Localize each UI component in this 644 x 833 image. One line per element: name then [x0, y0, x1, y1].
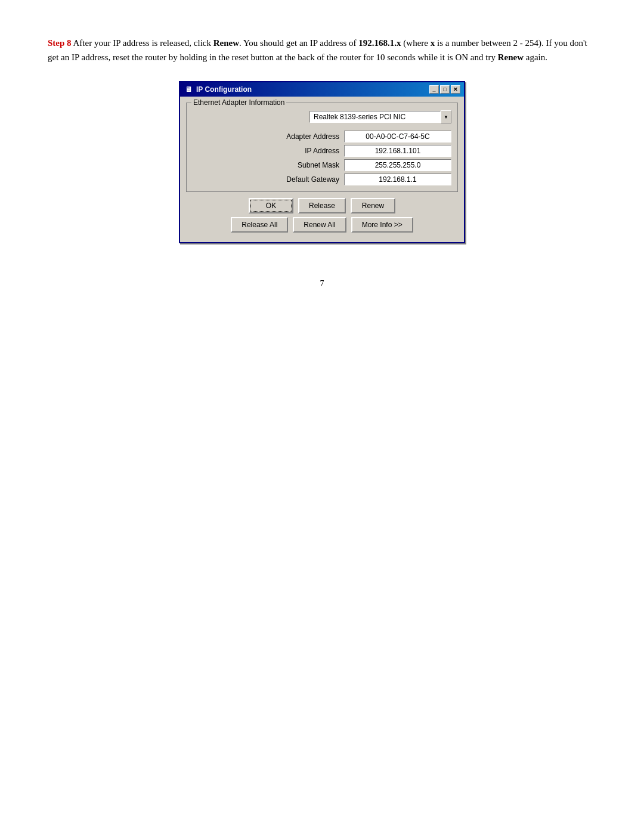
dialog-container: 🖥 IP Configuration _ □ ✕ Ethernet Adapte…	[48, 81, 596, 243]
step-label: Step 8	[48, 38, 72, 48]
adapter-dropdown[interactable]: Realtek 8139-series PCI NIC ▼	[309, 110, 451, 123]
release-button[interactable]: Release	[298, 198, 346, 213]
button-row-1: OK Release Renew	[186, 198, 458, 213]
dialog-body: Ethernet Adapter Information Realtek 813…	[180, 97, 464, 242]
dialog-title: IP Configuration	[196, 85, 252, 94]
group-box-label: Ethernet Adapter Information	[191, 98, 286, 107]
titlebar-controls[interactable]: _ □ ✕	[429, 85, 460, 94]
dialog-icon: 🖥	[184, 85, 193, 94]
adapter-address-value: 00-A0-0C-C7-64-5C	[344, 131, 451, 143]
adapter-select-field[interactable]: Realtek 8139-series PCI NIC	[309, 111, 441, 123]
default-gateway-value: 192.168.1.1	[344, 174, 451, 185]
text-part2: . You should get an IP address of	[239, 38, 358, 48]
dialog-titlebar: 🖥 IP Configuration _ □ ✕	[180, 82, 464, 97]
adapter-row: Realtek 8139-series PCI NIC ▼	[193, 110, 451, 123]
ip-address-label: IP Address	[193, 147, 339, 155]
text-part1: After your IP address is released, click	[72, 38, 213, 48]
close-button[interactable]: ✕	[451, 85, 460, 94]
more-info-button[interactable]: More Info >>	[351, 217, 413, 233]
restore-button[interactable]: □	[440, 85, 450, 94]
button-row-2: Release All Renew All More Info >>	[186, 217, 458, 233]
ok-button[interactable]: OK	[249, 198, 293, 213]
page-number: 7	[48, 279, 596, 289]
ethernet-group-box: Ethernet Adapter Information Realtek 813…	[186, 103, 458, 192]
text-part5: again.	[524, 52, 547, 62]
dropdown-arrow-button[interactable]: ▼	[441, 110, 451, 123]
renew-button[interactable]: Renew	[351, 198, 395, 213]
subnet-mask-label: Subnet Mask	[193, 161, 339, 169]
adapter-address-label: Adapter Address	[193, 132, 339, 141]
titlebar-left: 🖥 IP Configuration	[184, 85, 252, 94]
default-gateway-label: Default Gateway	[193, 175, 339, 184]
subnet-mask-value: 255.255.255.0	[344, 159, 451, 171]
renew-all-button[interactable]: Renew All	[293, 217, 346, 233]
minimize-button[interactable]: _	[429, 85, 439, 94]
renew-bold2: Renew	[498, 52, 524, 62]
instruction-paragraph: Step 8 After your IP address is released…	[48, 36, 596, 64]
renew-bold1: Renew	[213, 38, 239, 48]
release-all-button[interactable]: Release All	[231, 217, 288, 233]
info-grid: Adapter Address 00-A0-0C-C7-64-5C IP Add…	[193, 131, 451, 185]
text-part3: (where	[401, 38, 431, 48]
ip-address-value: 192.168.1.101	[344, 145, 451, 157]
ip-configuration-dialog: 🖥 IP Configuration _ □ ✕ Ethernet Adapte…	[179, 81, 465, 243]
ip-bold: 192.168.1.x	[358, 38, 401, 48]
